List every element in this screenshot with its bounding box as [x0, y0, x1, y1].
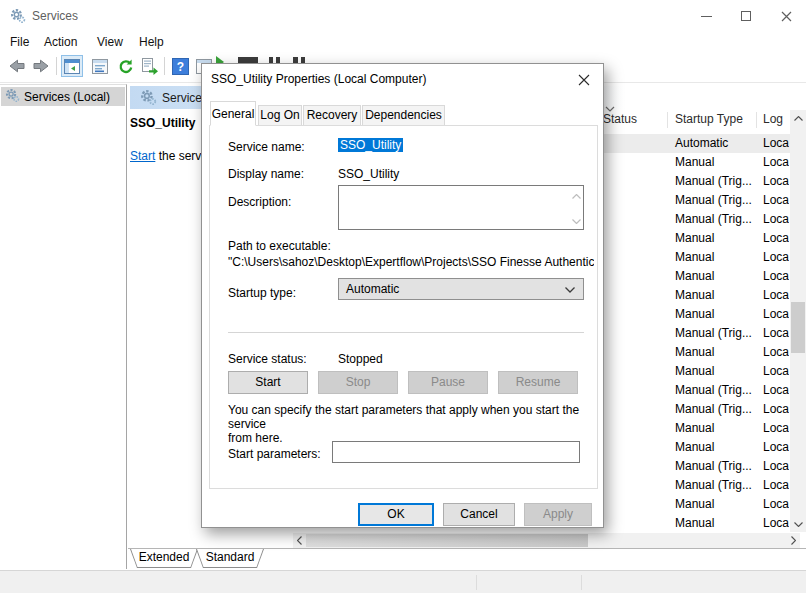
cell-log-on-as: Loca — [763, 381, 789, 400]
scroll-right-icon[interactable] — [787, 533, 800, 548]
tree-item-services-local[interactable]: Services (Local) — [1, 87, 125, 106]
cell-startup-type: Manual (Trig... — [675, 381, 752, 400]
column-divider[interactable] — [756, 112, 757, 128]
services-rows: AutomaticLocaManualLocaManual (Trig...Lo… — [597, 134, 790, 532]
scroll-left-icon[interactable] — [293, 533, 306, 548]
dialog-close-icon[interactable] — [573, 71, 595, 89]
dialog-tab-dependencies[interactable]: Dependencies — [362, 105, 445, 126]
cell-startup-type: Manual (Trig... — [675, 172, 752, 191]
table-row[interactable]: Manual (Trig...Loca — [597, 210, 790, 229]
vertical-scrollbar-thumb[interactable] — [791, 302, 805, 353]
cell-startup-type: Manual — [675, 305, 714, 324]
table-row[interactable]: ManualLoca — [597, 305, 790, 324]
cell-log-on-as: Loca — [763, 514, 789, 532]
cell-log-on-as: Loca — [763, 362, 789, 381]
dialog-tab-general[interactable]: General — [210, 101, 256, 126]
menu-help[interactable]: Help — [139, 35, 164, 49]
table-row[interactable]: ManualLoca — [597, 153, 790, 172]
ok-button[interactable]: OK — [358, 503, 434, 526]
cell-log-on-as: Loca — [763, 267, 789, 286]
table-row[interactable]: ManualLoca — [597, 343, 790, 362]
column-header-startup-type[interactable]: Startup Type — [675, 112, 743, 126]
console-tree-panel: Services (Local) — [0, 84, 127, 569]
minimize-button[interactable] — [686, 0, 726, 32]
export-list-icon[interactable] — [139, 55, 161, 77]
refresh-icon[interactable] — [114, 55, 136, 77]
table-row[interactable]: Manual (Trig...Loca — [597, 172, 790, 191]
table-row[interactable]: AutomaticLoca — [597, 134, 790, 153]
cell-log-on-as: Loca — [763, 191, 789, 210]
maximize-button[interactable] — [726, 0, 766, 32]
table-row[interactable]: ManualLoca — [597, 419, 790, 438]
cell-log-on-as: Loca — [763, 134, 789, 153]
table-row[interactable]: ManualLoca — [597, 438, 790, 457]
menu-bar: File Action View Help — [0, 32, 806, 52]
cell-log-on-as: Loca — [763, 438, 789, 457]
close-button[interactable] — [766, 0, 806, 32]
start-button[interactable]: Start — [228, 371, 308, 394]
start-service-link[interactable]: Start — [130, 149, 155, 163]
scroll-up-icon[interactable] — [790, 110, 806, 126]
tree-item-label: Services (Local) — [24, 90, 110, 104]
forward-icon[interactable] — [30, 55, 52, 77]
textarea-scroll-up-icon[interactable] — [572, 188, 581, 202]
textarea-scroll-down-icon[interactable] — [572, 213, 581, 227]
service-name-label: Service name: — [228, 140, 305, 154]
stop-button[interactable]: Stop — [318, 371, 398, 394]
back-icon[interactable] — [6, 55, 28, 77]
display-name-value: SSO_Utility — [338, 167, 399, 181]
menu-file[interactable]: File — [10, 35, 29, 49]
service-name-value[interactable]: SSO_Utility — [338, 138, 403, 152]
tab-extended[interactable]: Extended — [130, 549, 198, 568]
cell-startup-type: Manual — [675, 419, 714, 438]
column-divider[interactable] — [667, 112, 668, 128]
section-divider — [228, 332, 584, 333]
table-row[interactable]: ManualLoca — [597, 495, 790, 514]
table-row[interactable]: Manual (Trig...Loca — [597, 381, 790, 400]
scroll-down-icon[interactable] — [790, 516, 806, 532]
dialog-tab-log-on[interactable]: Log On — [258, 105, 302, 126]
description-field[interactable] — [338, 185, 584, 230]
table-row[interactable]: ManualLoca — [597, 362, 790, 381]
help-icon[interactable]: ? — [169, 55, 191, 77]
show-hide-console-tree-icon[interactable] — [61, 55, 83, 77]
table-row[interactable]: Manual (Trig...Loca — [597, 457, 790, 476]
cancel-button[interactable]: Cancel — [443, 503, 515, 526]
column-header-status[interactable]: Status — [603, 112, 637, 126]
properties-icon[interactable] — [89, 55, 111, 77]
table-row[interactable]: ManualLoca — [597, 229, 790, 248]
dialog-title: SSO_Utility Properties (Local Computer) — [211, 72, 426, 86]
tab-standard[interactable]: Standard — [196, 549, 264, 568]
services-gears-icon — [5, 88, 20, 106]
table-row[interactable]: Manual (Trig...Loca — [597, 476, 790, 495]
table-row[interactable]: ManualLoca — [597, 267, 790, 286]
vertical-scrollbar[interactable] — [790, 110, 806, 532]
cell-log-on-as: Loca — [763, 495, 789, 514]
table-row[interactable]: Manual (Trig...Loca — [597, 400, 790, 419]
table-row[interactable]: Manual (Trig...Loca — [597, 191, 790, 210]
table-row[interactable]: ManualLoca — [597, 514, 790, 532]
apply-button[interactable]: Apply — [524, 503, 592, 526]
startup-type-select[interactable]: Automatic — [338, 278, 584, 300]
dialog-tab-recovery[interactable]: Recovery — [303, 105, 361, 126]
view-tabs: Extended Standard — [128, 549, 806, 569]
startup-type-label: Startup type: — [228, 286, 296, 300]
horizontal-scrollbar-thumb[interactable] — [306, 534, 588, 547]
cell-log-on-as: Loca — [763, 153, 789, 172]
services-gears-icon — [10, 8, 26, 27]
cell-startup-type: Manual (Trig... — [675, 191, 752, 210]
table-row[interactable]: ManualLoca — [597, 248, 790, 267]
menu-action[interactable]: Action — [44, 35, 77, 49]
table-row[interactable]: Manual (Trig...Loca — [597, 324, 790, 343]
pause-button[interactable]: Pause — [408, 371, 488, 394]
resume-button[interactable]: Resume — [498, 371, 578, 394]
start-parameters-input[interactable] — [332, 441, 580, 463]
properties-dialog: SSO_Utility Properties (Local Computer) … — [201, 63, 604, 528]
status-bar-divider — [581, 575, 582, 590]
table-row[interactable]: ManualLoca — [597, 286, 790, 305]
horizontal-scrollbar[interactable] — [293, 533, 800, 548]
menu-view[interactable]: View — [97, 35, 123, 49]
column-header-log-on-as[interactable]: Log — [763, 112, 783, 126]
cell-startup-type: Manual (Trig... — [675, 210, 752, 229]
path-to-executable-value: "C:\Users\sahoz\Desktop\Expertflow\Proje… — [228, 255, 594, 269]
